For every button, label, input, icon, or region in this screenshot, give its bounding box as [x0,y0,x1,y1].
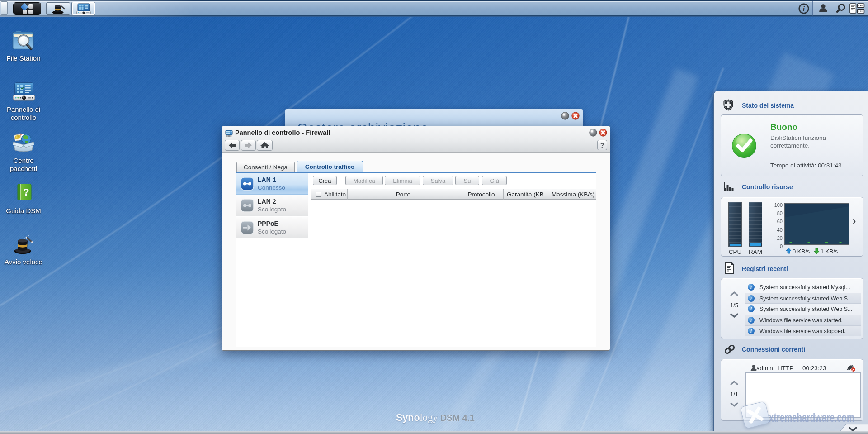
svg-text:?: ? [23,186,29,198]
svg-text:i: i [803,5,805,13]
